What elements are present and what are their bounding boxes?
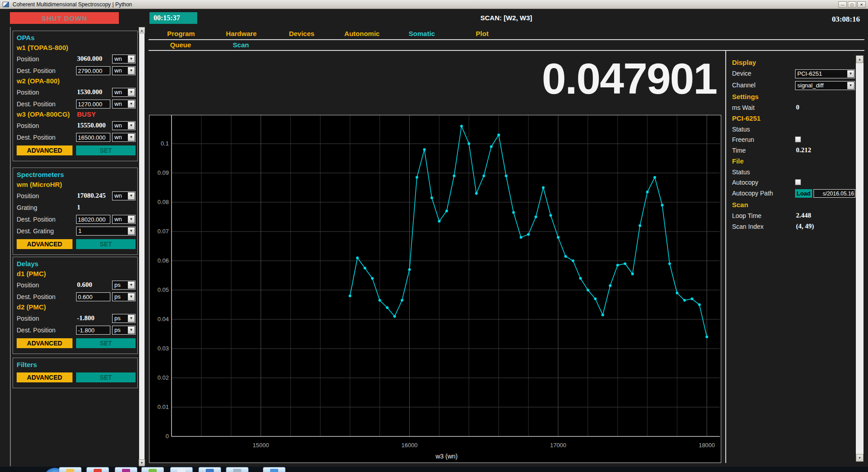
right-panel-scrollbar[interactable] [856,63,863,454]
units-select[interactable]: wn▼ [112,121,136,130]
taskbar-item[interactable] [226,467,249,472]
destination-input[interactable] [76,66,110,75]
hardware-panel-scrollbar[interactable] [139,27,145,466]
chevron-down-icon[interactable]: ▼ [128,89,135,96]
set-button[interactable]: SET [76,145,136,155]
device-select[interactable]: PCI-6251▼ [795,69,855,78]
units-select[interactable]: ps▼ [112,326,136,335]
destination-input[interactable] [76,100,110,109]
setting-row: Time0.212 [726,145,855,156]
tab-devices[interactable]: Devices [289,30,315,37]
tab-autonomic[interactable]: Autonomic [344,30,380,37]
set-button[interactable]: SET [76,338,136,348]
units-select[interactable]: wn▼ [112,88,136,97]
hardware-name-label: w2 (OPA-800) [17,77,60,85]
tab-program[interactable]: Program [167,30,195,37]
taskbar-item[interactable] [263,467,285,472]
autocopy-path-input[interactable] [814,189,855,198]
units-select[interactable]: wn▼ [112,133,136,142]
chevron-down-icon[interactable]: ▼ [128,67,135,74]
row-label: Dest. Position [17,327,55,334]
units-select[interactable]: wn▼ [112,54,136,64]
units-select[interactable]: wn▼ [112,215,136,224]
section-header-opas: OPAs [13,34,137,44]
destination-input[interactable] [76,292,110,301]
chevron-down-icon[interactable]: ▼ [128,134,135,141]
advanced-button[interactable]: ADVANCED [17,372,72,382]
readout-row: Position15550.000wn▼ [13,120,137,132]
chevron-down-icon[interactable]: ▼ [128,122,135,129]
units-select[interactable]: wn▼ [112,191,136,200]
subtab-scan[interactable]: Scan [233,41,249,49]
advanced-button[interactable]: ADVANCED [17,338,72,348]
scroll-down-icon[interactable]: ▼ [856,454,863,462]
scroll-up-icon[interactable]: ▲ [139,27,145,33]
units-select[interactable]: ps▼ [112,314,136,323]
data-point [445,210,448,213]
taskbar-item[interactable] [199,467,221,472]
data-point [661,204,664,207]
scroll-up-icon[interactable]: ▲ [856,55,863,63]
scroll-down-icon[interactable]: ▼ [139,459,145,466]
units-select[interactable]: wn▼ [112,100,136,109]
tab-hardware[interactable]: Hardware [226,30,257,37]
data-point [616,264,619,267]
tab-somatic[interactable]: Somatic [409,30,435,37]
plot-area[interactable]: 1500016000170001800000.010.020.030.040.0… [149,115,721,463]
minimize-button[interactable]: — [838,1,847,8]
taskbar-item[interactable] [141,467,164,472]
data-point [520,236,522,239]
taskbar-item[interactable] [115,467,137,472]
chevron-down-icon[interactable]: ▼ [128,55,135,63]
position-readout: 0.600 [77,281,92,289]
taskbar-item[interactable] [86,467,109,472]
device-select-value: PCI-6251 [797,70,822,77]
units-select[interactable]: ps▼ [112,281,136,290]
device-settings-panel: DisplayDevicePCI-6251▼Channelsignal_diff… [726,50,855,464]
x-tick-label: 16000 [401,442,417,449]
chevron-down-icon[interactable]: ▼ [128,281,135,289]
data-point [505,175,507,177]
units-select[interactable]: ps▼ [112,292,136,301]
units-select[interactable]: wn▼ [112,66,136,75]
chevron-down-icon[interactable]: ▼ [128,192,135,200]
autocopy-checkbox[interactable] [795,179,801,185]
y-tick-label: 0.02 [158,374,169,381]
destination-input[interactable] [76,133,110,142]
window-title: Coherent Multidimensional Spectroscopy |… [13,1,132,8]
destination-input[interactable] [76,215,110,224]
chevron-down-icon[interactable]: ▼ [128,100,135,108]
channel-select[interactable]: signal_diff▼ [795,81,855,90]
y-tick-label: 0.05 [158,286,169,293]
data-point [534,216,537,218]
chevron-down-icon[interactable]: ▼ [128,216,135,223]
grating-select[interactable]: 1▼ [76,227,136,236]
units-select-value: wn [114,134,122,141]
data-point [490,145,493,148]
hardware-subheader: d2 (PMC) [13,303,137,313]
close-button[interactable]: ✕ [857,1,866,8]
chevron-down-icon[interactable]: ▼ [128,293,135,300]
chevron-down-icon[interactable]: ▼ [847,70,854,77]
destination-input[interactable] [76,326,110,335]
data-point [401,299,403,302]
freerun-checkbox[interactable] [795,136,801,142]
row-label: Dest. Position [17,216,55,223]
load-button[interactable]: Load [795,189,812,198]
clock: 03:08:16 [797,15,860,24]
set-button[interactable]: SET [76,372,136,382]
subtab-queue[interactable]: Queue [170,41,191,49]
data-point [668,263,671,265]
taskbar-item[interactable] [59,467,81,472]
chevron-down-icon[interactable]: ▼ [847,82,854,89]
shutdown-button[interactable]: SHUT DOWN [10,12,119,24]
maximize-button[interactable]: ▢ [848,1,856,8]
advanced-button[interactable]: ADVANCED [17,239,72,249]
chevron-down-icon[interactable]: ▼ [128,327,135,334]
advanced-button[interactable]: ADVANCED [17,145,72,155]
set-button[interactable]: SET [76,239,136,249]
taskbar-item[interactable] [170,467,193,472]
tab-plot[interactable]: Plot [476,30,488,37]
chevron-down-icon[interactable]: ▼ [128,227,135,235]
chevron-down-icon[interactable]: ▼ [128,315,135,322]
